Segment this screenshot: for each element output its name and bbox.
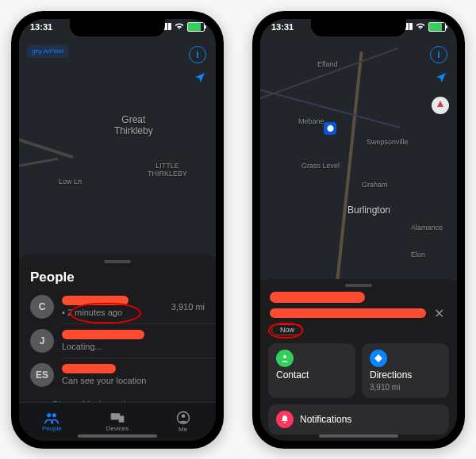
close-button[interactable]: ✕ (431, 306, 447, 321)
detail-subtitle-row: ✕ (270, 306, 447, 321)
wifi-icon (416, 23, 425, 30)
avatar: ES (30, 363, 54, 387)
locate-button[interactable] (194, 71, 206, 84)
map-place-burlington: Burlington (347, 205, 390, 216)
phone-left: 13:31 Great Thirkleby LITTLE THIRKLEBY L… (11, 11, 224, 449)
location-arrow-icon (194, 71, 206, 84)
contact-card[interactable]: Contact (268, 343, 355, 398)
info-button[interactable]: i (189, 46, 206, 63)
compass-icon[interactable] (432, 97, 449, 114)
person-row[interactable]: C • 2 minutes ago 3,910 mi (19, 290, 216, 323)
status-right (401, 22, 446, 32)
map-place-mebane: Mebane (298, 117, 324, 125)
person-row-body: Locating... (62, 330, 205, 351)
svg-point-5 (181, 414, 185, 418)
svg-point-1 (52, 413, 56, 417)
devices-icon (109, 411, 125, 424)
contact-icon (276, 350, 294, 367)
person-subtitle: Can see your location (62, 376, 205, 385)
avatar: J (30, 329, 54, 353)
phone-right: 13:31 ⬤ Efland Mebane Swepsonville Grass… (252, 11, 465, 449)
notch (311, 19, 406, 36)
sheet-handle[interactable] (345, 284, 372, 287)
person-row-body: Can see your location (62, 364, 205, 385)
directions-card[interactable]: Directions 3,910 mi (362, 343, 449, 398)
status-time: 13:31 (30, 22, 52, 32)
sheet-title: People (19, 268, 216, 290)
home-indicator[interactable] (78, 434, 157, 438)
map-label-main: Great Thirkleby (114, 114, 153, 136)
action-card-row: Contact Directions 3,910 mi (268, 343, 449, 398)
tab-people[interactable]: People (19, 403, 85, 441)
wifi-icon (175, 23, 184, 30)
map-place-grass: Grass Level (301, 162, 340, 170)
me-icon (176, 411, 190, 425)
battery-icon (428, 22, 446, 32)
detail-sheet[interactable]: ✕ Now Contact (260, 279, 457, 441)
tab-label: People (42, 425, 62, 432)
redacted-location (270, 308, 426, 318)
directions-icon (370, 350, 387, 367)
map-label-lowln: Low Ln (59, 178, 82, 186)
svg-point-0 (47, 413, 51, 417)
battery-icon (187, 22, 205, 32)
home-indicator[interactable] (319, 434, 398, 438)
svg-rect-2 (111, 413, 121, 419)
sheet-handle[interactable] (104, 260, 131, 263)
map-place-elon: Elon (411, 251, 425, 258)
timestamp-now: Now (271, 324, 303, 335)
status-time: 13:31 (271, 22, 294, 32)
tab-label: Me (178, 426, 187, 433)
contact-label: Contact (276, 369, 347, 381)
info-button[interactable]: i (430, 46, 447, 63)
bell-icon (276, 411, 294, 428)
person-row[interactable]: ES Can see your location (19, 358, 216, 392)
person-row-body: • 2 minutes ago (62, 296, 163, 317)
people-sheet[interactable]: People C • 2 minutes ago 3,910 mi J Lo (19, 254, 216, 441)
avatar: C (30, 295, 54, 319)
people-icon (44, 411, 60, 424)
map-label-little: LITTLE THIRKLEBY (148, 162, 187, 178)
map-area[interactable]: ⬤ Efland Mebane Swepsonville Grass Level… (260, 19, 457, 281)
directions-distance: 3,910 mi (370, 383, 441, 392)
redacted-name (62, 296, 129, 305)
redacted-person-name (270, 292, 365, 303)
map-area[interactable]: Great Thirkleby LITTLE THIRKLEBY Low Ln … (19, 19, 216, 257)
map-road (19, 157, 59, 167)
person-distance: 3,910 mi (171, 302, 205, 312)
location-arrow-icon (435, 71, 447, 84)
notifications-card[interactable]: Notifications (268, 404, 449, 434)
notch (70, 19, 165, 36)
notifications-label: Notifications (300, 414, 351, 425)
locate-button[interactable] (435, 71, 447, 84)
person-subtitle: Locating... (62, 342, 205, 351)
redacted-name (62, 330, 144, 339)
map-place-sweep: Swepsonville (367, 138, 409, 146)
map-search-chip[interactable]: gby ArField (27, 44, 68, 58)
svg-rect-3 (119, 415, 125, 422)
interstate-shield-icon: ⬤ (324, 122, 336, 135)
map-road (19, 136, 74, 159)
svg-point-6 (283, 355, 286, 358)
status-right (160, 22, 205, 32)
screen-left: 13:31 Great Thirkleby LITTLE THIRKLEBY L… (19, 19, 216, 441)
map-place-efland: Efland (317, 60, 338, 68)
person-subtitle: • 2 minutes ago (62, 308, 163, 317)
map-place-alamance: Alamance (411, 224, 443, 231)
directions-label: Directions (370, 369, 441, 381)
redacted-name (62, 364, 116, 373)
tab-me[interactable]: Me (150, 403, 216, 441)
tab-label: Devices (106, 425, 129, 432)
person-row[interactable]: J Locating... (19, 324, 216, 358)
screen-right: 13:31 ⬤ Efland Mebane Swepsonville Grass… (260, 19, 457, 441)
map-place-graham: Graham (362, 181, 388, 189)
